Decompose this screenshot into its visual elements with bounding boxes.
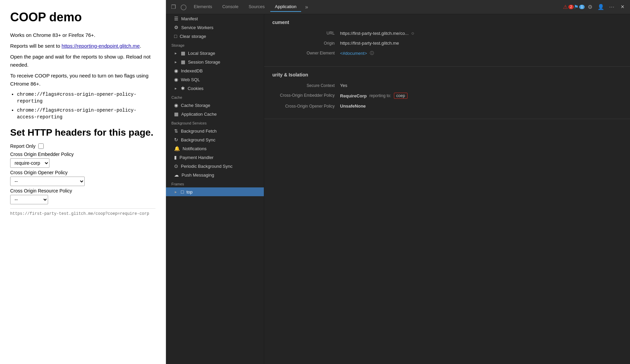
settings-icon-btn[interactable]: ⚙ (585, 2, 595, 12)
sidebar-item-bg-sync[interactable]: ↻ Background Sync (166, 135, 264, 144)
sidebar-item-clear-storage-label: Clear storage (180, 34, 206, 39)
document-section-title: cument (272, 20, 622, 25)
devtools-topbar: ❐ ◯ Elements Console Sources Application… (166, 0, 630, 14)
sidebar-item-session-storage-label: Session Storage (188, 60, 220, 65)
bg-services-section-label: Background Services (166, 118, 264, 127)
origin-field-row: Origin https://first-party-test.glitch.m… (272, 41, 622, 46)
sidebar-item-push-messaging[interactable]: ☁ Push Messaging (166, 170, 264, 179)
para2: Open the page and wait for the reports t… (10, 53, 155, 69)
owner-field-row: Owner Element <#document> ⓘ (272, 50, 622, 56)
sidebar-section-storage: Storage ► ▦ Local Storage ► ▦ Session St… (166, 41, 264, 93)
sidebar-item-notifications[interactable]: 🔔 Notifications (166, 144, 264, 153)
corp-select[interactable]: -- same-origin same-site cross-origin (10, 195, 48, 204)
coop-select[interactable]: -- same-origin same-origin-allow-popups … (10, 177, 85, 186)
sidebar-item-service-workers[interactable]: ⚙ Service Workers (166, 23, 264, 32)
sidebar-item-periodic-bg-sync-label: Periodic Background Sync (181, 164, 232, 169)
report-only-label: Report Only (10, 143, 36, 149)
feedback-icon-btn[interactable]: 👤 (596, 2, 606, 12)
coop-group: Cross Origin Opener Policy -- same-origi… (10, 170, 155, 186)
sidebar-section-frames: Frames ► □ top (166, 179, 264, 196)
sidebar-section-bg-services: Background Services ⇅ Background Fetch ↻… (166, 118, 264, 179)
local-storage-icon: ▦ (181, 50, 185, 56)
url-field-value: https://first-party-test.glitch.me/co...… (340, 30, 622, 36)
top-frame-icon: □ (181, 189, 184, 195)
sidebar-item-session-storage[interactable]: ► ▦ Session Storage (166, 58, 264, 66)
sidebar-item-indexeddb[interactable]: ◉ IndexedDB (166, 66, 264, 75)
url-circle-icon: ○ (411, 30, 414, 36)
coep-group: Cross Origin Embedder Policy require-cor… (10, 152, 155, 168)
sidebar-item-manifest[interactable]: ☰ Manifest (166, 14, 264, 23)
sidebar-section-cache: Cache ◉ Cache Storage ▦ Application Cach… (166, 93, 264, 118)
sidebar-item-bg-fetch[interactable]: ⇅ Background Fetch (166, 127, 264, 135)
reporting-endpoint-link[interactable]: https://reporting-endpoint.glitch.me (62, 43, 140, 49)
origin-field-label: Origin (272, 41, 340, 46)
origin-field-value: https://first-party-test.glitch.me (340, 41, 622, 46)
security-section-title: urity & Isolation (272, 72, 622, 77)
sidebar-item-cache-storage-label: Cache Storage (181, 103, 210, 108)
coep-policy-label: Cross-Origin Embedder Policy (272, 93, 340, 98)
sidebar-item-cache-storage[interactable]: ◉ Cache Storage (166, 101, 264, 110)
coep-policy-row: Cross-Origin Embedder Policy RequireCorp… (272, 93, 622, 99)
more-tabs-btn[interactable]: » (302, 2, 311, 12)
coep-select[interactable]: require-corp -- unsafe-none (10, 158, 49, 168)
close-btn[interactable]: × (618, 2, 627, 12)
secure-context-row: Secure Context Yes (272, 83, 622, 88)
owner-field-value: <#document> ⓘ (340, 50, 622, 56)
sidebar-item-top-frame[interactable]: ► □ top (166, 187, 264, 196)
flag-item-1: chrome://flags#cross-origin-opener-polic… (17, 91, 155, 105)
reports-text-after: . (140, 43, 141, 49)
app-cache-icon: ▦ (174, 111, 178, 117)
subtitle: Works on Chrome 83+ or Firefox 76+. (10, 31, 155, 39)
reports-para: Reports will be sent to https://reportin… (10, 42, 155, 50)
sidebar-item-payment-handler-label: Payment Handler (180, 155, 213, 160)
sidebar-item-app-cache[interactable]: ▦ Application Cache (166, 110, 264, 118)
error-badge: 2 (568, 5, 574, 9)
left-panel: COOP demo Works on Chrome 83+ or Firefox… (0, 0, 166, 364)
report-only-checkbox[interactable] (38, 143, 44, 149)
topbar-right: ⚠ 2 ⚑ 1 ⚙ 👤 ⋯ × (564, 2, 627, 12)
info-badge: 1 (579, 5, 585, 9)
flags-list: chrome://flags#cross-origin-opener-polic… (17, 91, 155, 120)
session-storage-arrow: ► (174, 60, 177, 64)
coop-policy-label: Cross-Origin Opener Policy (272, 104, 340, 109)
tab-console[interactable]: Console (217, 2, 243, 12)
sidebar-item-local-storage[interactable]: ► ▦ Local Storage (166, 49, 264, 58)
web-sql-icon: ◉ (174, 77, 178, 82)
device-icon-btn[interactable]: ◯ (179, 2, 188, 12)
url-bar: https://first-party-test.glitch.me/coop?… (10, 208, 155, 216)
secure-context-value: Yes (340, 83, 622, 88)
sidebar-item-manifest-label: Manifest (181, 16, 198, 21)
secure-context-label: Secure Context (272, 83, 340, 88)
tab-application[interactable]: Application (270, 2, 301, 12)
sidebar-item-web-sql[interactable]: ◉ Web SQL (166, 75, 264, 84)
sidebar-section-app: ☰ Manifest ⚙ Service Workers □ Clear sto… (166, 14, 264, 41)
tab-sources[interactable]: Sources (244, 2, 270, 12)
coop-policy-text: UnsafeNone (340, 104, 366, 109)
manifest-icon: ☰ (174, 16, 178, 21)
error-icon-btn[interactable]: ⚠ 2 (564, 2, 573, 12)
sidebar-item-service-workers-label: Service Workers (181, 25, 213, 30)
coop-policy-row: Cross-Origin Opener Policy UnsafeNone (272, 104, 622, 109)
document-section: cument URL https://first-party-test.glit… (264, 14, 630, 67)
more-options-btn[interactable]: ⋯ (607, 2, 616, 12)
sidebar-item-payment-handler[interactable]: ▮ Payment Handler (166, 153, 264, 162)
sidebar-item-periodic-bg-sync[interactable]: ⊙ Periodic Background Sync (166, 162, 264, 170)
indexeddb-icon: ◉ (174, 68, 178, 73)
coep-policy-value: RequireCorp reporting to: coep (340, 93, 622, 99)
devtools-sidebar: ☰ Manifest ⚙ Service Workers □ Clear sto… (166, 14, 264, 364)
sidebar-item-bg-fetch-label: Background Fetch (181, 129, 217, 134)
cursor-icon-btn[interactable]: ❐ (169, 2, 178, 12)
info-icon-btn[interactable]: ⚑ 1 (574, 2, 584, 12)
owner-element-link[interactable]: <#document> (340, 51, 367, 56)
periodic-bg-sync-icon: ⊙ (174, 163, 178, 169)
flag-item-2: chrome://flags#cross-origin-opener-polic… (17, 107, 155, 120)
coep-label: Cross Origin Embedder Policy (10, 152, 155, 157)
cookies-icon: ✱ (181, 86, 185, 91)
sidebar-item-clear-storage[interactable]: □ Clear storage (166, 32, 264, 41)
devtools-panel: ❐ ◯ Elements Console Sources Application… (166, 0, 630, 364)
tab-elements[interactable]: Elements (189, 2, 217, 12)
owner-info-icon[interactable]: ⓘ (370, 50, 374, 56)
sidebar-item-cookies[interactable]: ► ✱ Cookies (166, 84, 264, 93)
sidebar-item-notifications-label: Notifications (183, 146, 207, 151)
payment-handler-icon: ▮ (174, 155, 177, 160)
